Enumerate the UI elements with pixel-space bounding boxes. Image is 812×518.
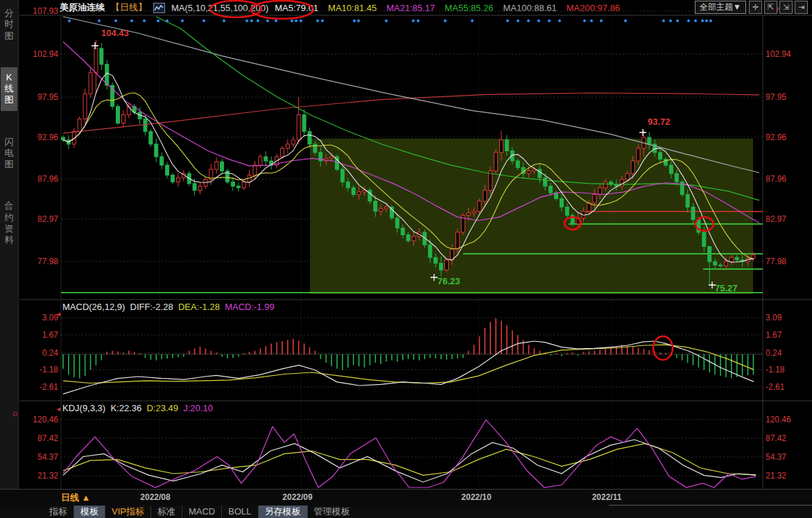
date-label: 2022/09 <box>282 492 312 502</box>
bottom-tab-1[interactable]: 模板 <box>74 506 105 518</box>
sidebar-item-0[interactable]: 分时图 <box>1 3 17 46</box>
price-axis-label: 1.67 <box>18 330 58 340</box>
kdj-k-value: K:22.36 <box>110 403 141 413</box>
indicator-chart-icon[interactable] <box>153 3 165 13</box>
price-axis-label: 102.94 <box>18 49 58 59</box>
price-axis-label: 1.67 <box>766 330 781 340</box>
macd-diff-value: DIFF:-2.28 <box>130 302 173 312</box>
price-axis-label: 92.96 <box>18 132 58 142</box>
period-tag: 【日线】 <box>111 1 147 14</box>
macd-title: MACD(26,12,9) <box>62 302 125 312</box>
macd-scroll-left-icon[interactable]: ◄ <box>55 311 62 318</box>
zoom-x-axis-icon[interactable]: ⇲ <box>779 1 793 14</box>
price-axis-label: 87.42 <box>766 433 786 443</box>
price-axis-label: 97.95 <box>18 92 58 102</box>
price-axis-label: 102.94 <box>766 49 791 59</box>
price-axis-label: -2.61 <box>18 382 58 392</box>
date-label: 2022/11 <box>592 492 622 502</box>
ma-value: MA10:81.45 <box>328 3 377 13</box>
macd-macd-value: MACD:-1.99 <box>225 302 275 312</box>
price-axis-label: 97.95 <box>766 92 786 102</box>
price-axis-label: 3.09 <box>766 313 781 322</box>
kdj-settings-icon[interactable]: ☼ <box>11 408 19 418</box>
symbol-title: 美原油连续 <box>60 1 105 14</box>
ma-value: MA21:85.17 <box>386 3 435 13</box>
bottom-tab-7[interactable]: 管理模板 <box>307 506 356 518</box>
ma-settings-label: MA(5,10,21,55,100,200) <box>171 3 268 13</box>
window-tool-icons: ✛⇱⇲⇥ <box>749 1 808 14</box>
bottom-tab-6[interactable]: 另存模板 <box>258 506 307 518</box>
price-axis-label: 82.97 <box>766 214 786 224</box>
price-axis-label: 120.46 <box>18 415 58 424</box>
price-axis-label: 0.24 <box>766 348 781 358</box>
kdj-scroll-left-icon[interactable]: ◄ <box>55 406 62 413</box>
macd-dea-value: DEA:-1.28 <box>178 302 220 312</box>
ma-value: MA5:79.01 <box>275 3 318 13</box>
kdj-title: KDJ(9,3,3) <box>62 403 105 413</box>
pan-right-icon[interactable]: ⇥ <box>795 1 808 14</box>
price-axis-label: 21.32 <box>18 471 58 481</box>
price-axis-label: 87.96 <box>766 174 786 184</box>
price-axis-label: 54.37 <box>766 452 786 462</box>
ma-values: MA5:79.01MA10:81.45MA21:85.17MA55:85.26M… <box>275 3 620 13</box>
ma-value: MA55:85.26 <box>444 3 493 13</box>
price-axis-label: 77.98 <box>766 257 786 266</box>
crosshair-tool-icon[interactable]: ✛ <box>749 1 762 14</box>
date-label: 2022/10 <box>461 492 491 502</box>
kdj-pane-header: KDJ(9,3,3) K:22.36 D:23.49 J:20.10 <box>62 403 213 413</box>
bottom-tab-4[interactable]: MACD <box>182 506 221 518</box>
header-toolbar: 全部主题▼ ✛⇱⇲⇥ <box>695 1 808 14</box>
price-axis-label: 0.24 <box>18 348 58 358</box>
timeline-bar: 日线 ▲ 2022/082022/092022/102022/11 <box>0 489 812 506</box>
price-axis-label: 21.32 <box>766 471 786 481</box>
chart-header: 美原油连续 【日线】 MA(5,10,21,55,100,200) MA5:79… <box>19 0 812 15</box>
ma-value: MA200:97.86 <box>567 3 620 13</box>
macd-pane-header: MACD(26,12,9) DIFF:-2.28 DEA:-1.28 MACD:… <box>62 302 275 312</box>
price-axis-label: -1.18 <box>766 365 784 374</box>
price-axis-label: -2.61 <box>766 382 784 392</box>
kdj-d-value: D:23.49 <box>146 403 178 413</box>
chart-plot-area[interactable] <box>61 15 763 489</box>
sidebar-item-1[interactable]: K线图 <box>1 67 17 111</box>
kdj-j-value: J:20.10 <box>183 403 213 413</box>
period-dropdown[interactable]: 日线 ▲ <box>61 492 90 504</box>
bottom-tab-2[interactable]: VIP指标 <box>105 506 150 518</box>
sidebar-item-3[interactable]: 合约资料 <box>1 196 17 250</box>
price-axis-label: -1.18 <box>18 365 58 374</box>
bottom-tab-0[interactable]: 指标 <box>43 506 74 518</box>
price-axis-label: 82.97 <box>18 214 58 224</box>
price-axis-label: 54.37 <box>18 452 58 462</box>
price-axis-label: 3.09 <box>18 313 58 322</box>
ma-value: MA100:88.61 <box>503 3 556 13</box>
sidebar-item-2[interactable]: 闪电图 <box>1 132 17 175</box>
date-label: 2022/08 <box>140 492 170 502</box>
price-axis-label: 92.96 <box>766 132 786 142</box>
price-axis-label: 120.46 <box>766 415 791 424</box>
bottom-tab-3[interactable]: 标准 <box>150 506 182 518</box>
zoom-y-axis-icon[interactable]: ⇱ <box>764 1 777 14</box>
indicator-tabbar: 指标模板VIP指标标准MACDBOLL另存模板管理模板 <box>0 506 812 518</box>
theme-selector-button[interactable]: 全部主题▼ <box>695 1 746 14</box>
trading-app-window: 分时图K线图闪电图合约资料 美原油连续 【日线】 MA(5,10,21,55,1… <box>0 0 812 518</box>
price-axis-label: 87.96 <box>18 174 58 184</box>
price-axis-label: 77.98 <box>18 257 58 266</box>
bottom-tab-5[interactable]: BOLL <box>221 506 257 518</box>
price-axis-label: 87.42 <box>18 433 58 443</box>
